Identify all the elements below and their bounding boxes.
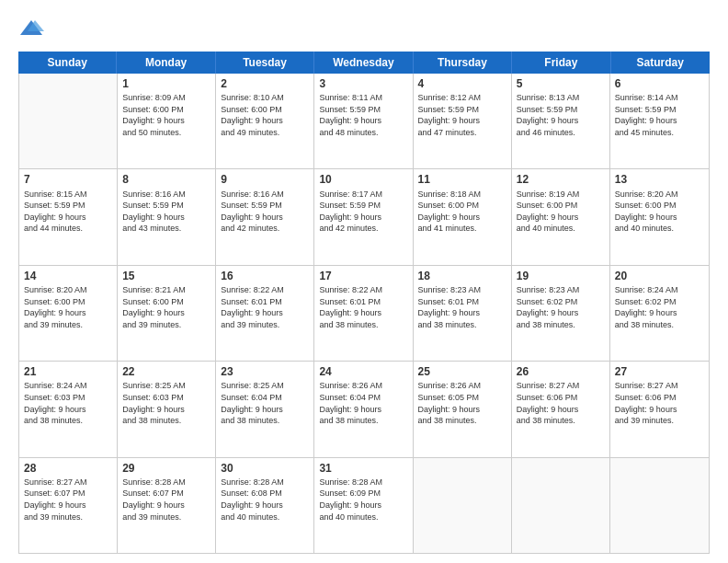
calendar: SundayMondayTuesdayWednesdayThursdayFrid… <box>18 52 710 554</box>
cell-info: Sunrise: 8:16 AMSunset: 5:59 PMDaylight:… <box>221 189 309 235</box>
day-number: 27 <box>615 364 704 379</box>
cell-info: Sunrise: 8:22 AMSunset: 6:01 PMDaylight:… <box>319 284 407 330</box>
day-number: 4 <box>418 76 506 91</box>
calendar-row: 7Sunrise: 8:15 AMSunset: 5:59 PMDaylight… <box>19 168 709 264</box>
calendar-cell: 10Sunrise: 8:17 AMSunset: 5:59 PMDayligh… <box>314 169 413 264</box>
day-number: 15 <box>122 269 210 283</box>
calendar-cell: 20Sunrise: 8:24 AMSunset: 6:02 PMDayligh… <box>610 266 709 361</box>
calendar-cell: 25Sunrise: 8:26 AMSunset: 6:05 PMDayligh… <box>414 362 512 456</box>
cell-info: Sunrise: 8:13 AMSunset: 5:59 PMDaylight:… <box>517 92 605 138</box>
calendar-cell: 18Sunrise: 8:23 AMSunset: 6:01 PMDayligh… <box>414 266 512 361</box>
day-number: 20 <box>615 269 704 283</box>
cell-info: Sunrise: 8:26 AMSunset: 6:05 PMDaylight:… <box>418 380 506 426</box>
calendar-row: 14Sunrise: 8:20 AMSunset: 6:00 PMDayligh… <box>19 265 709 361</box>
calendar-cell <box>19 74 118 168</box>
day-number: 9 <box>221 172 309 187</box>
calendar-cell: 12Sunrise: 8:19 AMSunset: 6:00 PMDayligh… <box>512 169 610 264</box>
cell-info: Sunrise: 8:24 AMSunset: 6:02 PMDaylight:… <box>615 284 704 330</box>
calendar-cell: 16Sunrise: 8:22 AMSunset: 6:01 PMDayligh… <box>216 266 314 361</box>
day-number: 2 <box>221 76 309 91</box>
calendar-cell <box>414 458 512 553</box>
day-number: 29 <box>122 461 210 476</box>
day-number: 24 <box>319 364 407 379</box>
cell-info: Sunrise: 8:28 AMSunset: 6:08 PMDaylight:… <box>221 477 309 523</box>
calendar-cell: 4Sunrise: 8:12 AMSunset: 5:59 PMDaylight… <box>414 74 512 168</box>
calendar-cell <box>610 458 709 553</box>
cell-info: Sunrise: 8:25 AMSunset: 6:03 PMDaylight:… <box>122 380 210 426</box>
calendar-header: SundayMondayTuesdayWednesdayThursdayFrid… <box>18 52 710 74</box>
cell-info: Sunrise: 8:28 AMSunset: 6:07 PMDaylight:… <box>122 477 210 523</box>
cell-info: Sunrise: 8:21 AMSunset: 6:00 PMDaylight:… <box>122 284 210 330</box>
day-number: 7 <box>24 172 112 187</box>
day-number: 5 <box>517 76 605 91</box>
cell-info: Sunrise: 8:14 AMSunset: 5:59 PMDaylight:… <box>615 92 704 138</box>
calendar-cell: 5Sunrise: 8:13 AMSunset: 5:59 PMDaylight… <box>512 74 610 168</box>
weekday-header: Sunday <box>18 52 117 74</box>
calendar-cell: 27Sunrise: 8:27 AMSunset: 6:06 PMDayligh… <box>610 362 709 456</box>
weekday-header: Friday <box>512 52 610 74</box>
day-number: 10 <box>319 172 407 187</box>
calendar-cell: 21Sunrise: 8:24 AMSunset: 6:03 PMDayligh… <box>19 362 118 456</box>
calendar-row: 28Sunrise: 8:27 AMSunset: 6:07 PMDayligh… <box>19 457 709 553</box>
calendar-cell: 7Sunrise: 8:15 AMSunset: 5:59 PMDaylight… <box>19 169 118 264</box>
weekday-header: Tuesday <box>216 52 314 74</box>
calendar-cell: 15Sunrise: 8:21 AMSunset: 6:00 PMDayligh… <box>118 266 216 361</box>
calendar-cell: 26Sunrise: 8:27 AMSunset: 6:06 PMDayligh… <box>512 362 610 456</box>
calendar-row: 21Sunrise: 8:24 AMSunset: 6:03 PMDayligh… <box>19 361 709 456</box>
calendar-cell: 2Sunrise: 8:10 AMSunset: 6:00 PMDaylight… <box>216 74 314 168</box>
weekday-header: Monday <box>117 52 215 74</box>
day-number: 12 <box>517 172 605 187</box>
cell-info: Sunrise: 8:23 AMSunset: 6:01 PMDaylight:… <box>418 284 506 330</box>
calendar-cell: 14Sunrise: 8:20 AMSunset: 6:00 PMDayligh… <box>19 266 118 361</box>
calendar-cell: 29Sunrise: 8:28 AMSunset: 6:07 PMDayligh… <box>118 458 216 553</box>
calendar-page: SundayMondayTuesdayWednesdayThursdayFrid… <box>0 0 728 563</box>
calendar-cell: 17Sunrise: 8:22 AMSunset: 6:01 PMDayligh… <box>314 266 413 361</box>
cell-info: Sunrise: 8:24 AMSunset: 6:03 PMDaylight:… <box>24 380 112 426</box>
calendar-cell: 6Sunrise: 8:14 AMSunset: 5:59 PMDaylight… <box>610 74 709 168</box>
cell-info: Sunrise: 8:17 AMSunset: 5:59 PMDaylight:… <box>319 189 407 235</box>
cell-info: Sunrise: 8:18 AMSunset: 6:00 PMDaylight:… <box>418 189 506 235</box>
calendar-cell: 3Sunrise: 8:11 AMSunset: 5:59 PMDaylight… <box>314 74 413 168</box>
calendar-cell: 31Sunrise: 8:28 AMSunset: 6:09 PMDayligh… <box>314 458 413 553</box>
cell-info: Sunrise: 8:19 AMSunset: 6:00 PMDaylight:… <box>517 189 605 235</box>
day-number: 1 <box>122 76 210 91</box>
cell-info: Sunrise: 8:22 AMSunset: 6:01 PMDaylight:… <box>221 284 309 330</box>
cell-info: Sunrise: 8:20 AMSunset: 6:00 PMDaylight:… <box>24 284 112 330</box>
logo <box>18 17 48 42</box>
calendar-cell: 30Sunrise: 8:28 AMSunset: 6:08 PMDayligh… <box>216 458 314 553</box>
calendar-cell <box>512 458 610 553</box>
cell-info: Sunrise: 8:15 AMSunset: 5:59 PMDaylight:… <box>24 189 112 235</box>
calendar-body: 1Sunrise: 8:09 AMSunset: 6:00 PMDaylight… <box>18 74 710 554</box>
calendar-cell: 1Sunrise: 8:09 AMSunset: 6:00 PMDaylight… <box>118 74 216 168</box>
day-number: 26 <box>517 364 605 379</box>
day-number: 23 <box>221 364 309 379</box>
day-number: 16 <box>221 269 309 283</box>
day-number: 19 <box>517 269 605 283</box>
day-number: 22 <box>122 364 210 379</box>
day-number: 31 <box>319 461 407 476</box>
day-number: 13 <box>615 172 704 187</box>
weekday-header: Saturday <box>611 52 710 74</box>
calendar-cell: 24Sunrise: 8:26 AMSunset: 6:04 PMDayligh… <box>314 362 413 456</box>
cell-info: Sunrise: 8:28 AMSunset: 6:09 PMDaylight:… <box>319 477 407 523</box>
logo-icon <box>18 17 44 42</box>
day-number: 21 <box>24 364 112 379</box>
cell-info: Sunrise: 8:10 AMSunset: 6:00 PMDaylight:… <box>221 92 309 138</box>
day-number: 3 <box>319 76 407 91</box>
weekday-header: Thursday <box>414 52 512 74</box>
calendar-cell: 8Sunrise: 8:16 AMSunset: 5:59 PMDaylight… <box>118 169 216 264</box>
weekday-header: Wednesday <box>314 52 413 74</box>
cell-info: Sunrise: 8:27 AMSunset: 6:06 PMDaylight:… <box>517 380 605 426</box>
day-number: 14 <box>24 269 112 283</box>
cell-info: Sunrise: 8:27 AMSunset: 6:07 PMDaylight:… <box>24 477 112 523</box>
day-number: 25 <box>418 364 506 379</box>
day-number: 30 <box>221 461 309 476</box>
page-header <box>18 17 710 42</box>
cell-info: Sunrise: 8:09 AMSunset: 6:00 PMDaylight:… <box>122 92 210 138</box>
day-number: 6 <box>615 76 704 91</box>
cell-info: Sunrise: 8:23 AMSunset: 6:02 PMDaylight:… <box>517 284 605 330</box>
cell-info: Sunrise: 8:16 AMSunset: 5:59 PMDaylight:… <box>122 189 210 235</box>
cell-info: Sunrise: 8:27 AMSunset: 6:06 PMDaylight:… <box>615 380 704 426</box>
calendar-cell: 9Sunrise: 8:16 AMSunset: 5:59 PMDaylight… <box>216 169 314 264</box>
cell-info: Sunrise: 8:12 AMSunset: 5:59 PMDaylight:… <box>418 92 506 138</box>
